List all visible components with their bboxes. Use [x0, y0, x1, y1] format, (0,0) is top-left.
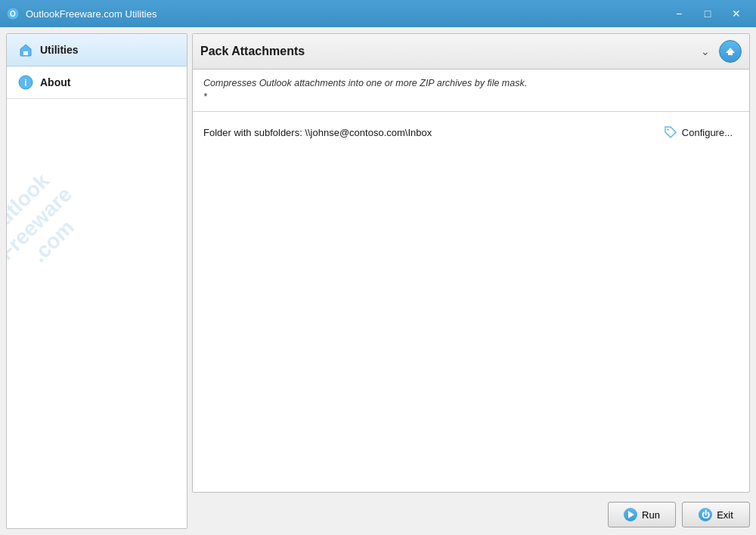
run-play-icon	[624, 508, 637, 521]
svg-rect-2	[23, 51, 28, 55]
minimize-button[interactable]: −	[665, 3, 692, 24]
upload-icon	[724, 45, 736, 57]
folder-row: Folder with subfolders: \\johnse@contoso…	[203, 122, 739, 142]
titlebar-left: O OutlookFreeware.com Utilities	[6, 7, 156, 20]
about-label: About	[40, 76, 70, 88]
bottom-buttons: Run ⏻ Exit	[192, 497, 750, 529]
window-body: Utilities i About OutlookFreeware.com Pa…	[0, 27, 756, 535]
titlebar: O OutlookFreeware.com Utilities − □ ✕	[0, 0, 756, 27]
description-wildcard: *	[203, 91, 207, 102]
sidebar-item-utilities[interactable]: Utilities	[7, 34, 187, 66]
exit-label: Exit	[717, 509, 733, 521]
play-triangle-icon	[628, 511, 634, 518]
tag-icon	[664, 125, 677, 139]
sidebar-item-about[interactable]: i About	[7, 66, 187, 99]
upload-button[interactable]	[719, 40, 742, 63]
folder-label: Folder with subfolders: \\johnse@contoso…	[203, 127, 432, 138]
close-button[interactable]: ✕	[723, 3, 750, 24]
titlebar-controls: − □ ✕	[665, 3, 750, 24]
sidebar: Utilities i About OutlookFreeware.com	[6, 33, 187, 529]
description-text: Compresses Outlook attachments into one …	[203, 78, 527, 88]
maximize-button[interactable]: □	[694, 3, 721, 24]
configure-button[interactable]: Configure...	[658, 122, 739, 142]
svg-marker-5	[726, 48, 735, 55]
panel-content: Folder with subfolders: \\johnse@contoso…	[193, 112, 749, 492]
home-icon	[17, 42, 34, 58]
window-title: OutlookFreeware.com Utilities	[26, 8, 156, 20]
configure-label: Configure...	[682, 127, 733, 138]
svg-point-6	[667, 128, 668, 130]
run-label: Run	[642, 509, 660, 521]
exit-power-icon: ⏻	[699, 508, 712, 521]
svg-text:O: O	[10, 10, 16, 18]
svg-text:i: i	[24, 78, 26, 88]
panel-header: Pack Attachments ⌄	[193, 34, 749, 70]
main-panel: Pack Attachments ⌄ Compresses Outlook at…	[192, 33, 750, 493]
content-area: Pack Attachments ⌄ Compresses Outlook at…	[192, 33, 750, 529]
panel-header-right: ⌄	[696, 40, 742, 63]
info-icon: i	[17, 74, 34, 91]
panel-title: Pack Attachments	[200, 45, 305, 58]
watermark: OutlookFreeware.com	[6, 130, 187, 432]
dropdown-chevron-icon[interactable]: ⌄	[696, 44, 714, 59]
power-symbol-icon: ⏻	[702, 510, 710, 519]
panel-description: Compresses Outlook attachments into one …	[193, 70, 749, 112]
app-icon: O	[6, 7, 20, 20]
run-button[interactable]: Run	[608, 502, 676, 527]
utilities-label: Utilities	[40, 44, 79, 56]
exit-button[interactable]: ⏻ Exit	[682, 502, 750, 527]
